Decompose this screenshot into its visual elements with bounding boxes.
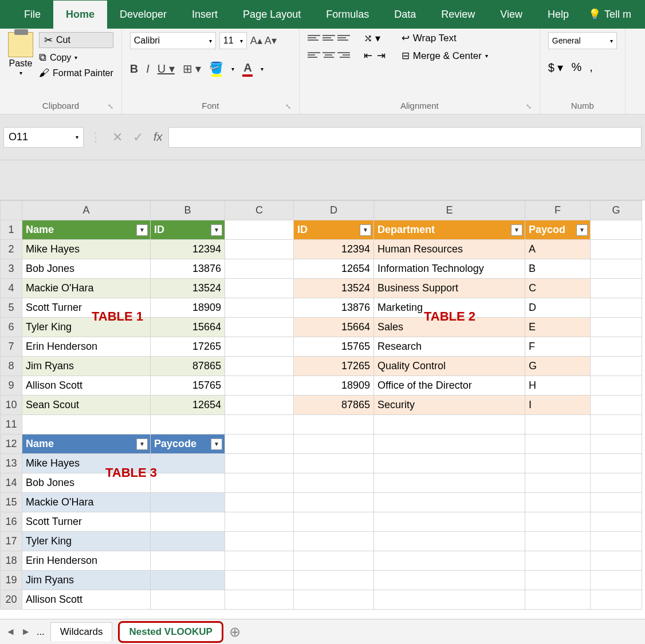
cell[interactable]: Sales	[374, 318, 525, 337]
spreadsheet[interactable]: A B C D E F G 1Name▼ID▼ID▼Department▼Pay…	[0, 200, 642, 610]
cell[interactable]	[525, 434, 591, 454]
percent-button[interactable]: %	[572, 61, 582, 74]
filter-dropdown-icon[interactable]: ▼	[511, 224, 522, 236]
table-header-cell[interactable]: Department▼	[374, 220, 525, 240]
cell[interactable]	[525, 571, 591, 590]
cell[interactable]	[374, 532, 525, 551]
row-header[interactable]: 3	[1, 259, 22, 279]
row-header[interactable]: 6	[1, 318, 22, 337]
filter-dropdown-icon[interactable]: ▼	[211, 224, 222, 236]
tab-data[interactable]: Data	[382, 1, 428, 29]
cell[interactable]: 87865	[151, 357, 225, 376]
cell[interactable]: 18909	[294, 376, 374, 396]
cell[interactable]	[525, 493, 591, 512]
cancel-formula-icon[interactable]: ✕	[112, 130, 123, 145]
cell[interactable]	[151, 493, 225, 512]
table-header-cell[interactable]: Paycod▼	[525, 220, 591, 240]
cell[interactable]: 15765	[151, 376, 225, 396]
cell[interactable]: Mackie O'Hara	[22, 279, 151, 298]
cell[interactable]	[151, 415, 225, 434]
cell[interactable]	[294, 512, 374, 532]
orientation-button[interactable]: ⤭ ▾	[364, 32, 380, 45]
cell[interactable]: G	[525, 357, 591, 376]
cell[interactable]	[525, 551, 591, 571]
cell[interactable]	[225, 454, 294, 473]
cell[interactable]	[225, 551, 294, 571]
row-header[interactable]: 1	[1, 220, 22, 240]
dialog-launcher-icon[interactable]: ⤡	[526, 102, 532, 110]
cell[interactable]	[294, 571, 374, 590]
cell[interactable]	[225, 493, 294, 512]
cell[interactable]	[151, 473, 225, 493]
cell[interactable]	[225, 298, 294, 318]
col-header[interactable]: D	[294, 201, 374, 220]
format-painter-button[interactable]: 🖌Format Painter	[39, 67, 113, 79]
cell[interactable]	[225, 590, 294, 610]
cell[interactable]: Marketing	[374, 298, 525, 318]
row-header[interactable]: 12	[1, 434, 22, 454]
cell[interactable]	[374, 415, 525, 434]
cell[interactable]	[151, 532, 225, 551]
cell[interactable]: 15664	[151, 318, 225, 337]
tab-developer[interactable]: Developer	[107, 1, 179, 29]
cell[interactable]	[225, 512, 294, 532]
cell[interactable]: F	[525, 337, 591, 357]
cell[interactable]	[225, 473, 294, 493]
cell[interactable]: H	[525, 376, 591, 396]
cell[interactable]	[374, 434, 525, 454]
row-header[interactable]: 19	[1, 571, 22, 590]
row-header[interactable]: 17	[1, 532, 22, 551]
wrap-text-button[interactable]: ↩Wrap Text	[402, 32, 488, 44]
tab-page-layout[interactable]: Page Layout	[230, 1, 313, 29]
cell[interactable]	[591, 357, 642, 376]
row-header[interactable]: 11	[1, 415, 22, 434]
currency-button[interactable]: $ ▾	[548, 61, 564, 74]
merge-center-button[interactable]: ⊟Merge & Center▾	[402, 50, 488, 62]
cell[interactable]: 12394	[294, 240, 374, 259]
cell[interactable]: Bob Jones	[22, 473, 151, 493]
cell[interactable]: Mike Hayes	[22, 454, 151, 473]
cell[interactable]	[374, 493, 525, 512]
align-center-button[interactable]	[322, 49, 335, 61]
cell[interactable]	[525, 473, 591, 493]
row-header[interactable]: 8	[1, 357, 22, 376]
comma-button[interactable]: ,	[589, 61, 593, 74]
cell[interactable]	[525, 415, 591, 434]
fx-icon[interactable]: fx	[154, 131, 163, 144]
filter-dropdown-icon[interactable]: ▼	[136, 224, 148, 236]
cell[interactable]	[225, 396, 294, 415]
italic-button[interactable]: I	[146, 62, 150, 76]
cell[interactable]	[294, 473, 374, 493]
cell[interactable]: 12394	[151, 240, 225, 259]
cell[interactable]: Allison Scott	[22, 590, 151, 610]
cell[interactable]: A	[525, 240, 591, 259]
col-header[interactable]: E	[374, 201, 525, 220]
cell[interactable]: Human Resources	[374, 240, 525, 259]
filter-dropdown-icon[interactable]: ▼	[360, 224, 371, 236]
font-name-combo[interactable]: Calibri▾	[130, 32, 216, 49]
cell[interactable]: B	[525, 259, 591, 279]
cell[interactable]	[151, 590, 225, 610]
cell[interactable]: I	[525, 396, 591, 415]
tab-review[interactable]: Review	[428, 1, 487, 29]
cell[interactable]	[591, 532, 642, 551]
cell[interactable]: 17265	[294, 357, 374, 376]
cell[interactable]: E	[525, 318, 591, 337]
tab-insert[interactable]: Insert	[179, 1, 230, 29]
align-top-button[interactable]	[308, 32, 320, 44]
cell[interactable]: 13876	[294, 298, 374, 318]
cell[interactable]	[151, 571, 225, 590]
table-header-cell[interactable]: Name▼	[22, 434, 151, 454]
cell[interactable]	[591, 337, 642, 357]
cell[interactable]	[591, 259, 642, 279]
cell[interactable]	[591, 298, 642, 318]
copy-button[interactable]: ⧉Copy▾	[39, 52, 113, 64]
align-middle-button[interactable]	[322, 32, 335, 44]
cell[interactable]	[225, 434, 294, 454]
cell[interactable]: 13876	[151, 259, 225, 279]
cell[interactable]	[22, 415, 151, 434]
cell[interactable]	[591, 220, 642, 240]
font-size-combo[interactable]: 11▾	[219, 32, 247, 49]
cell[interactable]	[591, 434, 642, 454]
cell[interactable]: 15765	[294, 337, 374, 357]
